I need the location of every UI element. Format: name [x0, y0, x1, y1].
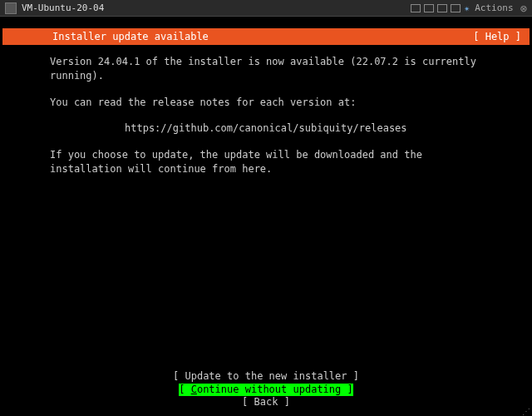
- footer-menu: [ Update to the new installer ] [ Contin…: [0, 370, 532, 409]
- titlebar: VM-Ubuntu-20-04 ✴ Actions ⊗: [0, 0, 532, 17]
- titlebar-controls: ✴ Actions ⊗: [411, 2, 527, 15]
- close-icon[interactable]: ⊗: [520, 2, 527, 15]
- vm-icon: [5, 2, 17, 14]
- version-info: Version 24.04.1 of the installer is now …: [50, 55, 482, 84]
- help-button[interactable]: [ Help ]: [473, 31, 521, 42]
- actions-label[interactable]: Actions: [475, 2, 513, 13]
- window-control-icon[interactable]: [424, 4, 434, 12]
- window-control-icon[interactable]: [411, 4, 421, 12]
- update-explanation: If you choose to update, the update will…: [50, 148, 482, 177]
- release-notes-url: https://github.com/canonical/subiquity/r…: [50, 121, 482, 136]
- window-title: VM-Ubuntu-20-04: [22, 2, 411, 13]
- window-control-icon[interactable]: [451, 4, 461, 12]
- update-installer-button[interactable]: [ Update to the new installer ]: [0, 370, 532, 384]
- header-title: Installer update available: [52, 31, 473, 42]
- release-notes-intro: You can read the release notes for each …: [50, 96, 482, 110]
- continue-without-updating-button[interactable]: [ Continue without updating ]: [179, 384, 353, 397]
- installer-header: Installer update available [ Help ]: [2, 28, 530, 45]
- console-area: Installer update available [ Help ] Vers…: [0, 17, 532, 416]
- back-button[interactable]: [ Back ]: [0, 396, 532, 409]
- resize-grip-icon[interactable]: ⋰: [522, 407, 530, 416]
- gear-icon[interactable]: ✴: [464, 2, 470, 14]
- body-text: Version 24.04.1 of the installer is now …: [0, 45, 532, 176]
- window-control-icon[interactable]: [437, 4, 447, 12]
